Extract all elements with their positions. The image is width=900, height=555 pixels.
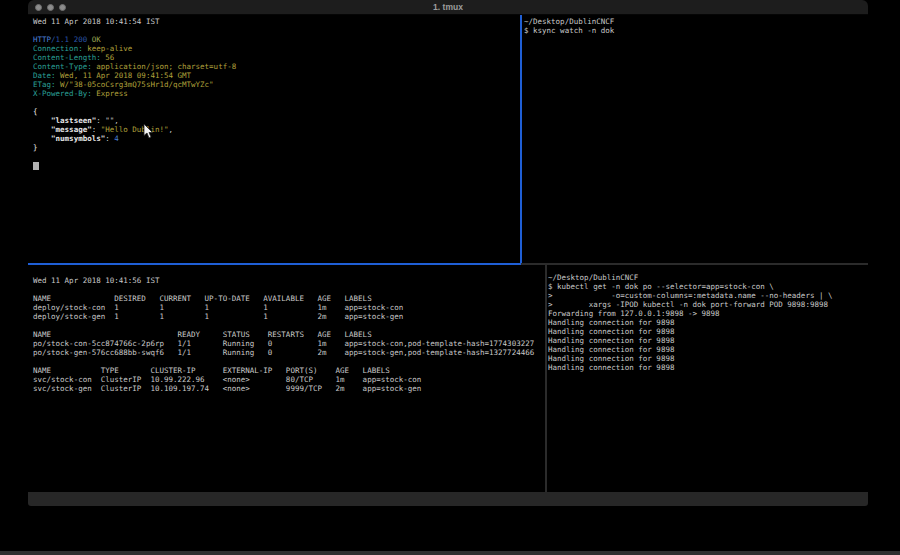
screen-bottom-edge	[0, 551, 900, 555]
terminal-line: Content-Length: 56	[33, 53, 518, 62]
pane-kubectl-tables[interactable]: Wed 11 Apr 2018 10:41:56 IST NAME DESIRE…	[33, 276, 543, 393]
terminal-line: $ kubectl get -n dok po --selector=app=s…	[548, 282, 866, 291]
zoom-button[interactable]	[59, 4, 66, 11]
terminal-line: Handling connection for 9898	[548, 336, 866, 345]
terminal-line: po/stock-con-5cc874766c-2p6rp 1/1 Runnin…	[33, 339, 543, 348]
tmux-content: Wed 11 Apr 2018 10:41:54 IST HTTP/1.1 20…	[28, 15, 868, 492]
terminal-line: ~/Desktop/DublinCNCF	[524, 17, 864, 26]
terminal-line: NAME DESIRED CURRENT UP-TO-DATE AVAILABL…	[33, 294, 543, 303]
pane-port-forward[interactable]: ~/Desktop/DublinCNCF$ kubectl get -n dok…	[548, 273, 866, 372]
terminal-line: "numsymbols": 4	[33, 134, 518, 143]
terminal-line: Handling connection for 9898	[548, 354, 866, 363]
terminal-line: Wed 11 Apr 2018 10:41:56 IST	[33, 276, 543, 285]
terminal-line: Handling connection for 9898	[548, 363, 866, 372]
terminal-line: "lastseen": "",	[33, 116, 518, 125]
terminal-line: $ ksync watch -n dok	[524, 26, 864, 35]
desktop-background: 1. tmux Wed 11 Apr 2018 10:41:54 IST HTT…	[0, 0, 900, 555]
window-titlebar[interactable]: 1. tmux	[28, 0, 868, 15]
close-button[interactable]	[35, 4, 42, 11]
terminal-cursor	[33, 162, 39, 170]
terminal-line: Handling connection for 9898	[548, 345, 866, 354]
terminal-line: }	[33, 143, 518, 152]
terminal-line: Wed 11 Apr 2018 10:41:54 IST	[33, 17, 518, 26]
terminal-line: deploy/stock-gen 1 1 1 1 2m app=stock-ge…	[33, 312, 543, 321]
pane-divider-horizontal-inactive[interactable]	[521, 263, 868, 265]
terminal-line	[33, 26, 518, 35]
pane-divider-top-vertical[interactable]	[520, 15, 522, 263]
terminal-line: po/stock-gen-576cc688bb-swqf6 1/1 Runnin…	[33, 348, 543, 357]
pane-http-response[interactable]: Wed 11 Apr 2018 10:41:54 IST HTTP/1.1 20…	[33, 17, 518, 152]
pane-divider-bottom-vertical[interactable]	[545, 264, 547, 492]
terminal-line: {	[33, 107, 518, 116]
terminal-line: X-Powered-By: Express	[33, 89, 518, 98]
pane-divider-horizontal-active[interactable]	[28, 263, 521, 265]
traffic-lights	[35, 4, 66, 11]
terminal-line: > -o=custom-columns=:metadata.name --no-…	[548, 291, 866, 300]
terminal-line: svc/stock-con ClusterIP 10.99.222.96 <no…	[33, 375, 543, 384]
terminal-line	[33, 357, 543, 366]
terminal-line	[33, 321, 543, 330]
terminal-line: Handling connection for 9898	[548, 327, 866, 336]
terminal-line: svc/stock-gen ClusterIP 10.109.197.74 <n…	[33, 384, 543, 393]
terminal-line: NAME TYPE CLUSTER-IP EXTERNAL-IP PORT(S)…	[33, 366, 543, 375]
terminal-line	[33, 285, 543, 294]
terminal-line: ETag: W/"38-05coCsrg3mQ75sHr1d/qcMTwYZc"	[33, 80, 518, 89]
pane-ksync-watch[interactable]: ~/Desktop/DublinCNCF$ ksync watch -n dok	[524, 17, 864, 35]
mouse-pointer-icon	[143, 124, 154, 139]
terminal-line: "message": "Hello Dublin!",	[33, 125, 518, 134]
terminal-line: Handling connection for 9898	[548, 318, 866, 327]
terminal-line: Connection: keep-alive	[33, 44, 518, 53]
terminal-line: NAME READY STATUS RESTARTS AGE LABELS	[33, 330, 543, 339]
status-bar-right: ⎈ minikube:default	[743, 492, 864, 506]
terminal-line: Date: Wed, 11 Apr 2018 09:41:54 GMT	[33, 71, 518, 80]
terminal-line: > xargs -IPOD kubectl -n dok port-forwar…	[548, 300, 866, 309]
terminal-line: Forwarding from 127.0.0.1:9898 -> 9898	[548, 309, 866, 318]
terminal-line: ~/Desktop/DublinCNCF	[548, 273, 866, 282]
terminal-line: Content-Type: application/json; charset=…	[33, 62, 518, 71]
terminal-window: 1. tmux Wed 11 Apr 2018 10:41:54 IST HTT…	[28, 0, 868, 506]
terminal-line: deploy/stock-con 1 1 1 1 1m app=stock-co…	[33, 303, 543, 312]
window-title: 1. tmux	[28, 0, 868, 14]
minimize-button[interactable]	[47, 4, 54, 11]
terminal-line: HTTP/1.1 200 OK	[33, 35, 518, 44]
tmux-status-bar: demo0:bash* ⎈ minikube:default	[28, 492, 868, 506]
terminal-line	[33, 98, 518, 107]
